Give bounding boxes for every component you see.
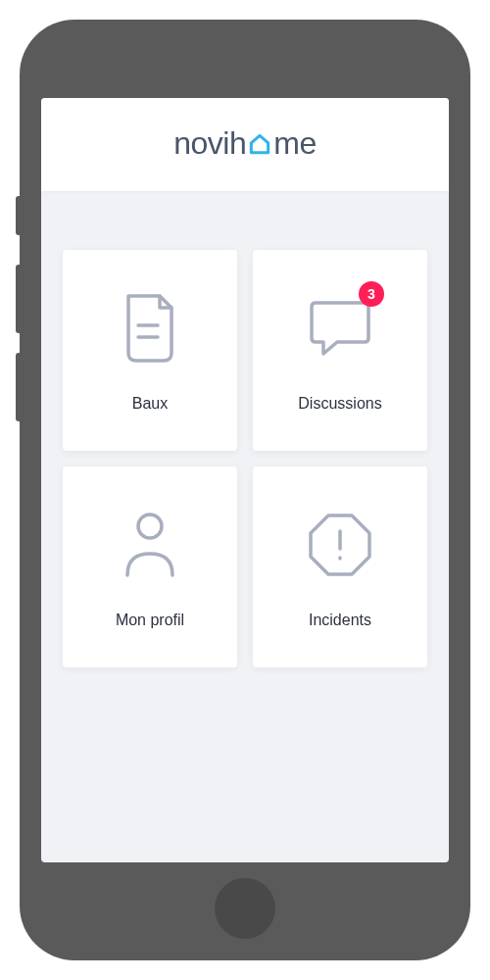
tile-label: Mon profil: [116, 612, 184, 629]
tile-incidents[interactable]: Incidents: [253, 466, 427, 667]
brand-logo: novih me: [173, 125, 316, 162]
brand-text-part2: me: [273, 125, 316, 162]
phone-side-button: [16, 265, 22, 333]
phone-side-button: [16, 196, 22, 235]
profile-icon: [122, 511, 178, 579]
tile-icon-wrap: [305, 506, 375, 584]
notification-badge: 3: [359, 281, 384, 307]
svg-point-2: [138, 514, 162, 538]
document-icon: [121, 292, 179, 365]
tile-icon-wrap: [121, 289, 179, 368]
tile-icon-wrap: 3: [306, 289, 374, 368]
phone-side-button: [16, 353, 22, 421]
phone-frame: novih me: [20, 20, 470, 960]
tile-grid: Baux 3 Discussions: [63, 250, 427, 667]
brand-text-part1: novih: [173, 125, 246, 162]
tile-discussions[interactable]: 3 Discussions: [253, 250, 427, 451]
tile-label: Baux: [132, 395, 168, 413]
home-icon: [247, 131, 272, 157]
app-header: novih me: [41, 98, 449, 191]
main-content: Baux 3 Discussions: [41, 191, 449, 862]
app-screen: novih me: [41, 98, 449, 862]
alert-icon: [305, 510, 375, 580]
phone-home-button: [215, 878, 275, 939]
tile-profil[interactable]: Mon profil: [63, 466, 237, 667]
tile-baux[interactable]: Baux: [63, 250, 237, 451]
tile-icon-wrap: [122, 506, 178, 584]
tile-label: Incidents: [309, 612, 371, 629]
tile-label: Discussions: [298, 395, 381, 413]
